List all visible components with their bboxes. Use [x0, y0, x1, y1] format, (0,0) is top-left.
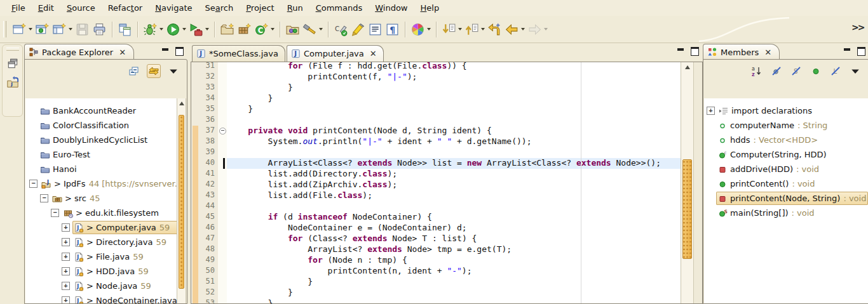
code-line[interactable]: printContent(f, "|-"); [227, 72, 682, 83]
menu-run[interactable]: Run [281, 1, 309, 15]
expander-icon[interactable]: − [29, 180, 37, 188]
tree-item[interactable]: DoublyLinkedCyclicList [25, 133, 186, 147]
member-item[interactable]: Smain(String[]): void [704, 206, 868, 220]
fold-collapse-icon[interactable] [219, 128, 226, 135]
code-line[interactable]: System.out.println("|-" + ident + " " + … [227, 136, 682, 147]
new-class-icon[interactable]: C [253, 21, 276, 38]
hide-fields-icon[interactable] [770, 64, 783, 78]
close-icon[interactable]: ✕ [764, 48, 771, 57]
chevron-down-icon[interactable] [481, 28, 485, 30]
debug-icon[interactable] [142, 21, 165, 38]
tree-item[interactable]: +J> Directory.java59 [25, 235, 186, 249]
menu-navigate[interactable]: Navigate [149, 1, 198, 15]
tree-item[interactable]: +J> File.java59 [25, 249, 186, 264]
perspective-bar-handle[interactable] [6, 48, 19, 51]
close-icon[interactable]: ✕ [370, 49, 377, 58]
back-icon[interactable] [503, 21, 526, 38]
tree-item[interactable]: +J> Computer.java59 [25, 220, 186, 235]
scroll-up-arrow[interactable] [177, 98, 186, 108]
expander-icon[interactable]: + [62, 282, 70, 290]
menu-commands[interactable]: Commands [309, 1, 369, 15]
tree-item[interactable]: +J> HDD.java59 [25, 264, 186, 279]
code-line[interactable] [227, 115, 682, 126]
minimize-button[interactable] [161, 47, 170, 55]
code-line[interactable]: for (File f : hdd.get(File.class)) { [227, 62, 682, 72]
open-resource-icon[interactable] [116, 21, 133, 38]
view-menu-icon[interactable] [848, 64, 862, 78]
expander-icon[interactable]: − [40, 194, 48, 202]
maximize-button[interactable] [690, 47, 699, 55]
code-line[interactable]: list.add(File.class); [227, 190, 682, 201]
code-line[interactable]: list.add(ZipArchiv.class); [227, 180, 682, 190]
expander-icon[interactable]: + [62, 253, 70, 261]
toolbar-drag-handle[interactable] [3, 21, 6, 37]
expander-icon[interactable]: − [51, 209, 59, 217]
menu-edit[interactable]: Edit [32, 1, 60, 15]
menu-refactor[interactable]: Refactor [102, 1, 149, 15]
last-edit-location-icon[interactable] [486, 21, 503, 38]
code-line[interactable] [227, 147, 682, 158]
annotation-ruler[interactable] [191, 62, 200, 303]
tree-item[interactable]: Euro-Test [25, 147, 186, 162]
tree-item[interactable]: ColorClassification [25, 118, 186, 133]
sort-icon[interactable]: az [750, 64, 764, 78]
chevron-down-icon[interactable] [521, 28, 525, 30]
scrollbar-thumb[interactable] [682, 159, 692, 259]
color-wheel-icon[interactable] [409, 21, 432, 38]
editor-tab-computerjava[interactable]: JComputer.java✕ [287, 45, 384, 62]
code-line[interactable]: } [227, 93, 682, 104]
prev-annotation-icon[interactable] [463, 21, 486, 38]
tree-item[interactable]: BankAccountReader [25, 103, 186, 118]
hide-non-public-icon[interactable] [809, 64, 823, 78]
member-item[interactable]: computerName: String [704, 118, 868, 133]
menu-window[interactable]: Window [369, 1, 414, 15]
tree-item[interactable]: −> edu.kit.filesystem [25, 206, 186, 220]
tree-item[interactable]: +J> Node.java59 [25, 279, 186, 293]
tree-item[interactable]: +J> NodeContainer.java [25, 293, 186, 303]
chevron-down-icon[interactable] [544, 28, 548, 30]
code-line[interactable]: } [227, 298, 682, 303]
tree-scrollbar[interactable] [177, 98, 186, 303]
member-item[interactable]: +import declarations [704, 103, 868, 118]
code-line[interactable]: ArrayList<? extends Node> tmp = e.get(T)… [227, 244, 682, 255]
code-line[interactable]: private void printContent(Node d, String… [227, 126, 682, 136]
restore-view-button[interactable] [5, 56, 20, 71]
tree-item[interactable]: Hanoi [25, 162, 186, 176]
code-line[interactable]: } [227, 277, 682, 287]
menu-project[interactable]: Project [240, 1, 281, 15]
minimize-button[interactable] [676, 47, 685, 55]
chevron-down-icon[interactable] [205, 28, 209, 30]
tree-item[interactable]: −> src45 [25, 191, 186, 206]
new-java-project-icon[interactable] [219, 21, 236, 38]
code-line[interactable]: printContent(n, ident + "-"); [227, 266, 682, 277]
scroll-up-arrow[interactable] [681, 62, 693, 72]
folding-ruler[interactable] [218, 62, 227, 303]
code-line[interactable]: } [227, 287, 682, 298]
run-external-icon[interactable] [187, 21, 210, 38]
close-icon[interactable]: ✕ [119, 48, 126, 57]
maximize-button[interactable] [857, 47, 865, 55]
overview-ruler[interactable] [693, 62, 702, 303]
hide-local-types-icon[interactable]: L [829, 64, 843, 78]
search-icon[interactable] [301, 21, 324, 38]
editor-scrollbar[interactable] [681, 62, 694, 303]
editor-tab-someclassjava[interactable]: J*SomeClass.java [192, 45, 285, 62]
print-icon[interactable] [91, 21, 108, 38]
code-line[interactable]: for (Node n : tmp) { [227, 255, 682, 266]
show-selected-element-icon[interactable] [367, 21, 384, 38]
member-item[interactable]: hdds: Vector<HDD> [704, 133, 868, 147]
toolbar-overflow-chevron[interactable]: >> [851, 22, 864, 32]
tree-item[interactable]: −J> IpdFs44 [https://svnserver.i [25, 176, 186, 191]
minimize-button[interactable] [843, 47, 851, 55]
hide-static-icon[interactable]: S [789, 64, 803, 78]
next-annotation-icon[interactable] [440, 21, 463, 38]
chevron-down-icon[interactable] [182, 28, 186, 30]
code-line[interactable]: } [227, 104, 682, 115]
package-explorer-tab[interactable]: Package Explorer ✕ [24, 44, 134, 60]
scrollbar-thumb[interactable] [179, 115, 184, 289]
code-line[interactable]: } [227, 83, 682, 93]
open-type-icon[interactable] [284, 21, 301, 38]
view-menu-icon[interactable] [166, 64, 180, 78]
menu-search[interactable]: Search [199, 1, 240, 15]
expander-icon[interactable]: + [62, 223, 70, 232]
